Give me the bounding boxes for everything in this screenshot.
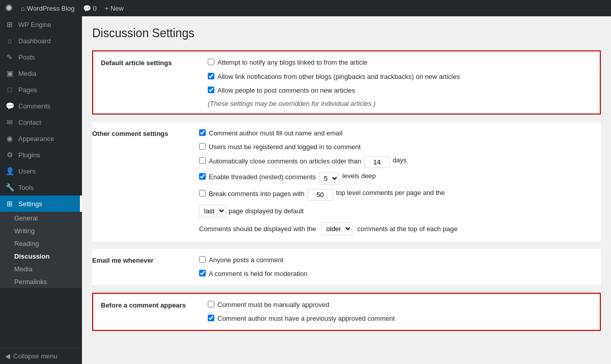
page-display-select[interactable]: last bbox=[199, 205, 226, 217]
collapse-icon: ◀ bbox=[5, 352, 10, 360]
allow-comments-checkbox[interactable] bbox=[208, 87, 214, 93]
sidebar-item-users[interactable]: 👤 Users bbox=[0, 163, 82, 179]
before-appears-controls: Comment must be manually approved Commen… bbox=[208, 300, 592, 324]
admin-bar: ✺ ⌂ WordPress Blog 💬 0 + New bbox=[0, 0, 611, 16]
held-moderation-row: A comment is held for moderation bbox=[199, 269, 601, 279]
display-order-suffix: comments at the top of each page bbox=[357, 225, 458, 233]
settings-icon: ⊞ bbox=[5, 200, 14, 208]
notify-blogs-label: Attempt to notify any blogs linked to fr… bbox=[217, 58, 368, 68]
submenu-discussion[interactable]: Discussion bbox=[0, 250, 82, 263]
sidebar-item-contact[interactable]: ✉ Contact bbox=[0, 114, 82, 130]
sidebar: ⊞ WP Engine ⌂ Dashboard ✎ Posts ▣ Media … bbox=[0, 16, 82, 364]
threaded-label: Enable threaded (nested) comments bbox=[209, 172, 316, 182]
auto-close-checkbox[interactable] bbox=[199, 157, 206, 164]
display-order-select[interactable]: older bbox=[321, 222, 352, 235]
submenu-general[interactable]: General bbox=[0, 212, 82, 225]
sidebar-item-appearance[interactable]: ◉ Appearance bbox=[0, 130, 82, 147]
previously-approved-checkbox[interactable] bbox=[208, 315, 214, 321]
wp-engine-icon: ⊞ bbox=[5, 20, 14, 29]
default-article-section: Default article settings Attempt to noti… bbox=[92, 50, 601, 115]
before-appears-section: Before a comment appears Comment must be… bbox=[92, 293, 601, 331]
new-content-button[interactable]: + New bbox=[105, 5, 124, 12]
sidebar-menu: ⊞ WP Engine ⌂ Dashboard ✎ Posts ▣ Media … bbox=[0, 16, 82, 348]
sidebar-item-media[interactable]: ▣ Media bbox=[0, 65, 82, 81]
dashboard-icon: ⌂ bbox=[5, 37, 14, 45]
submenu-media[interactable]: Media bbox=[0, 263, 82, 275]
appearance-icon: ◉ bbox=[5, 134, 14, 143]
display-order-prefix: Comments should be displayed with the bbox=[199, 225, 316, 233]
plugins-icon: ⚙ bbox=[5, 151, 14, 159]
author-fill-label: Comment author must fill out name and em… bbox=[209, 128, 342, 138]
registered-checkbox[interactable] bbox=[199, 143, 206, 150]
comments-nav-icon: 💬 bbox=[5, 102, 14, 110]
top-level-suffix: top level comments per page and the bbox=[336, 189, 445, 197]
contact-icon: ✉ bbox=[5, 118, 14, 126]
email-whenever-label: Email me whenever bbox=[92, 255, 199, 264]
held-moderation-checkbox[interactable] bbox=[199, 270, 206, 276]
sidebar-item-plugins[interactable]: ⚙ Plugins bbox=[0, 147, 82, 163]
allow-comments-label: Allow people to post comments on new art… bbox=[217, 86, 355, 96]
site-name[interactable]: ⌂ WordPress Blog bbox=[21, 5, 75, 12]
auto-close-row: Automatically close comments on articles… bbox=[199, 156, 601, 168]
override-note: (These settings may be overridden for in… bbox=[208, 100, 592, 107]
submenu-reading[interactable]: Reading bbox=[0, 237, 82, 250]
threaded-checkbox[interactable] bbox=[199, 173, 206, 180]
auto-close-label: Automatically close comments on articles… bbox=[209, 156, 361, 166]
page-display-row: last page displayed by default bbox=[199, 205, 601, 217]
sidebar-item-wp-engine[interactable]: ⊞ WP Engine bbox=[0, 16, 82, 33]
allow-pingbacks-row: Allow link notifications from other blog… bbox=[208, 72, 592, 82]
top-level-comments-input[interactable] bbox=[308, 189, 333, 201]
sidebar-item-dashboard[interactable]: ⌂ Dashboard bbox=[0, 33, 82, 49]
wp-logo-icon[interactable]: ✺ bbox=[5, 3, 13, 14]
sidebar-item-settings[interactable]: ⊞ Settings bbox=[0, 195, 82, 212]
allow-pingbacks-checkbox[interactable] bbox=[208, 73, 214, 79]
anyone-posts-label: Anyone posts a comment bbox=[209, 255, 284, 265]
settings-submenu: General Writing Reading Discussion Media… bbox=[0, 212, 82, 288]
notify-blogs-checkbox[interactable] bbox=[208, 59, 214, 65]
author-fill-checkbox[interactable] bbox=[199, 129, 206, 136]
tools-icon: 🔧 bbox=[5, 183, 14, 191]
posts-icon: ✎ bbox=[5, 53, 14, 61]
sidebar-item-tools[interactable]: 🔧 Tools bbox=[0, 179, 82, 195]
main-content: Discussion Settings Default article sett… bbox=[82, 16, 611, 364]
anyone-posts-row: Anyone posts a comment bbox=[199, 255, 601, 265]
before-appears-label: Before a comment appears bbox=[101, 300, 208, 309]
close-days-input[interactable] bbox=[364, 156, 390, 168]
threaded-level-select[interactable]: 5 bbox=[319, 172, 339, 185]
allow-comments-row: Allow people to post comments on new art… bbox=[208, 86, 592, 96]
sidebar-item-pages[interactable]: □ Pages bbox=[0, 81, 82, 98]
manually-approved-label: Comment must be manually approved bbox=[217, 300, 329, 310]
anyone-posts-checkbox[interactable] bbox=[199, 256, 206, 263]
home-icon: ⌂ bbox=[21, 5, 25, 12]
submenu-writing[interactable]: Writing bbox=[0, 225, 82, 237]
other-comments-section: Other comment settings Comment author mu… bbox=[92, 122, 601, 241]
pages-icon: □ bbox=[5, 86, 14, 94]
page-displayed-label: page displayed by default bbox=[229, 207, 303, 215]
email-whenever-section: Email me whenever Anyone posts a comment… bbox=[92, 249, 601, 285]
before-appears-row: Before a comment appears Comment must be… bbox=[101, 300, 592, 324]
manually-approved-row: Comment must be manually approved bbox=[208, 300, 592, 310]
media-icon: ▣ bbox=[5, 69, 14, 77]
break-pages-label: Break comments into pages with bbox=[209, 189, 304, 199]
threaded-row: Enable threaded (nested) comments 5 leve… bbox=[199, 172, 601, 185]
previously-approved-row: Comment author must have a previously ap… bbox=[208, 314, 592, 324]
comments-link[interactable]: 💬 0 bbox=[83, 5, 97, 12]
held-moderation-label: A comment is held for moderation bbox=[209, 269, 308, 279]
sidebar-item-comments[interactable]: 💬 Comments bbox=[0, 98, 82, 114]
default-article-controls: Attempt to notify any blogs linked to fr… bbox=[208, 58, 592, 107]
sidebar-item-posts[interactable]: ✎ Posts bbox=[0, 49, 82, 65]
email-whenever-row: Email me whenever Anyone posts a comment… bbox=[92, 255, 601, 279]
comment-icon: 💬 bbox=[83, 5, 91, 12]
default-article-row: Default article settings Attempt to noti… bbox=[101, 58, 592, 107]
registered-label: Users must be registered and logged in t… bbox=[209, 142, 360, 152]
other-comments-controls: Comment author must fill out name and em… bbox=[199, 128, 601, 235]
main-layout: ⊞ WP Engine ⌂ Dashboard ✎ Posts ▣ Media … bbox=[0, 16, 611, 364]
author-fill-row: Comment author must fill out name and em… bbox=[199, 128, 601, 138]
collapse-menu-button[interactable]: ◀ Collapse menu bbox=[0, 348, 82, 364]
display-order-row: Comments should be displayed with the ol… bbox=[199, 222, 601, 235]
break-pages-checkbox[interactable] bbox=[199, 190, 206, 197]
levels-deep-label: levels deep bbox=[342, 172, 376, 180]
days-label: days bbox=[393, 156, 406, 164]
submenu-permalinks[interactable]: Permalinks bbox=[0, 275, 82, 288]
manually-approved-checkbox[interactable] bbox=[208, 301, 214, 307]
